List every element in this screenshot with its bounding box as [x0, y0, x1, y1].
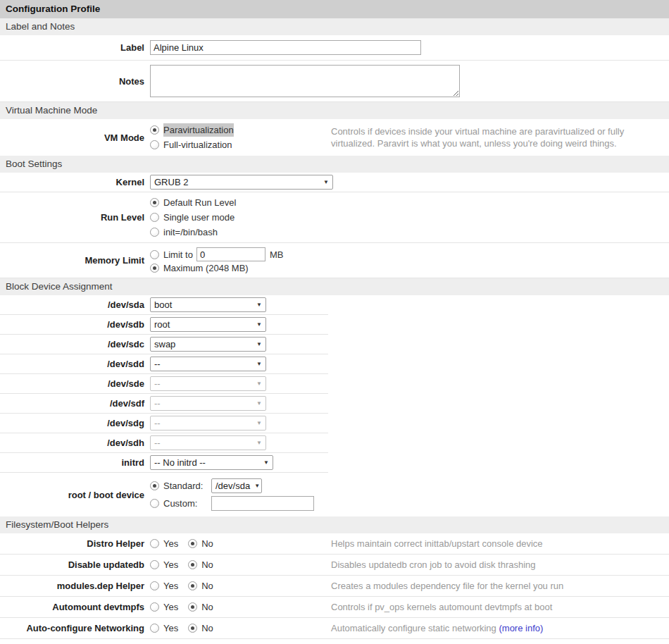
more-info-link[interactable]: (more info)	[499, 623, 543, 633]
radio-init-bin-bash[interactable]	[150, 228, 159, 237]
no-option-label[interactable]: No	[201, 559, 213, 570]
chevron-down-icon: ▼	[256, 420, 262, 426]
standard-option-label[interactable]: Standard:	[163, 481, 207, 491]
radio-limit-to[interactable]	[150, 250, 159, 259]
helper-label: modules.dep Helper	[0, 581, 150, 591]
helper-help-text: Controls if pv_ops kernels automount dev…	[331, 601, 663, 613]
standard-root-select-value: /dev/sda	[215, 481, 250, 491]
chevron-down-icon: ▼	[263, 459, 269, 466]
helper-row-auto-configure-networking: Auto-configure Networking Yes No Automat…	[0, 618, 669, 639]
no-option-label[interactable]: No	[201, 623, 213, 633]
device-row-sdc: /dev/sdc swap ▼	[0, 335, 328, 354]
initrd-select[interactable]: -- No initrd -- ▼	[150, 455, 273, 470]
memory-limit-label: Memory Limit	[0, 255, 150, 266]
radio-modules-dep-no[interactable]	[188, 581, 197, 590]
device-row-sdb: /dev/sdb root ▼	[0, 315, 328, 335]
helper-label: Auto-configure Networking	[0, 623, 150, 633]
chevron-down-icon: ▼	[256, 341, 262, 347]
radio-disable-updatedb-yes[interactable]	[150, 560, 159, 569]
custom-root-input[interactable]	[211, 496, 314, 511]
kernel-select[interactable]: GRUB 2 ▼	[150, 175, 333, 190]
radio-single-user-mode[interactable]	[150, 213, 159, 222]
sdc-select[interactable]: swap ▼	[150, 337, 266, 352]
device-row-sda: /dev/sda boot ▼	[0, 295, 328, 315]
yes-option-label[interactable]: Yes	[163, 581, 178, 591]
radio-standard-root[interactable]	[150, 481, 159, 490]
full-virtualization-option-label[interactable]: Full-virtualization	[163, 138, 232, 151]
no-option-label[interactable]: No	[201, 538, 213, 549]
helper-label: Disable updatedb	[0, 559, 150, 570]
helper-row-modules-dep: modules.dep Helper Yes No Creates a modu…	[0, 576, 669, 597]
device-row-sdh: /dev/sdh -- ▼	[0, 433, 328, 453]
chevron-down-icon: ▼	[256, 321, 262, 328]
sdg-select-value: --	[154, 418, 161, 428]
device-row-sde: /dev/sde -- ▼	[0, 374, 328, 394]
device-label: /dev/sda	[0, 299, 150, 310]
limit-to-option-label[interactable]: Limit to	[163, 249, 193, 260]
radio-automount-devtmpfs-no[interactable]	[188, 602, 197, 612]
device-label: /dev/sdc	[0, 339, 150, 349]
vm-mode-label: VM Mode	[0, 132, 150, 143]
single-user-mode-option-label[interactable]: Single user mode	[163, 211, 235, 224]
device-label: /dev/sdh	[0, 438, 150, 448]
init-bin-bash-option-label[interactable]: init=/bin/bash	[163, 225, 218, 239]
device-row-sdf: /dev/sdf -- ▼	[0, 394, 328, 414]
yes-option-label[interactable]: Yes	[163, 602, 178, 612]
radio-distro-helper-no[interactable]	[188, 539, 197, 548]
helper-help-text: Disables updatedb cron job to avoid disk…	[331, 559, 663, 571]
root-boot-device-row: root / boot device Standard: /dev/sda ▼ …	[0, 473, 669, 516]
radio-auto-configure-networking-yes[interactable]	[150, 624, 159, 633]
yes-option-label[interactable]: Yes	[163, 623, 178, 633]
device-row-sdd: /dev/sdd -- ▼	[0, 354, 328, 374]
default-run-level-option-label[interactable]: Default Run Level	[163, 196, 236, 209]
custom-option-label[interactable]: Custom:	[163, 498, 207, 509]
helper-label: Distro Helper	[0, 538, 150, 549]
device-row-sdg: /dev/sdg -- ▼	[0, 414, 328, 433]
section-boot-settings: Boot Settings	[0, 156, 669, 173]
section-filesystem-boot-helpers: Filesystem/Boot Helpers	[0, 516, 669, 533]
helper-help-text: Helps maintain correct inittab/upstart c…	[331, 538, 663, 550]
yes-option-label[interactable]: Yes	[163, 538, 178, 549]
no-option-label[interactable]: No	[201, 602, 213, 612]
sdd-select[interactable]: -- ▼	[150, 357, 266, 371]
kernel-select-value: GRUB 2	[154, 177, 188, 187]
chevron-down-icon: ▼	[256, 302, 262, 308]
notes-field-label: Notes	[0, 76, 150, 87]
paravirtualization-option-label[interactable]: Paravirtualization	[163, 123, 234, 137]
sdb-select[interactable]: root ▼	[150, 317, 266, 332]
helper-row-distro-helper: Distro Helper Yes No Helps maintain corr…	[0, 533, 669, 555]
chevron-down-icon: ▼	[256, 380, 262, 387]
label-field-label: Label	[0, 42, 150, 53]
section-block-device-assignment: Block Device Assignment	[0, 278, 669, 295]
device-label: /dev/sdd	[0, 359, 150, 369]
initrd-row: initrd -- No initrd -- ▼	[0, 453, 328, 473]
radio-auto-configure-networking-no[interactable]	[188, 624, 197, 633]
sdf-select: -- ▼	[150, 396, 266, 411]
radio-modules-dep-yes[interactable]	[150, 581, 159, 590]
radio-distro-helper-yes[interactable]	[150, 539, 159, 548]
radio-paravirtualization[interactable]	[150, 125, 159, 135]
sdg-select: -- ▼	[150, 416, 266, 431]
sdf-select-value: --	[154, 398, 161, 409]
standard-root-select[interactable]: /dev/sda ▼	[211, 478, 262, 493]
page-title: Configuration Profile	[0, 0, 669, 18]
radio-maximum-memory[interactable]	[150, 264, 159, 273]
kernel-row: Kernel GRUB 2 ▼	[0, 173, 669, 192]
yes-option-label[interactable]: Yes	[163, 559, 178, 570]
memory-limit-input[interactable]	[196, 247, 265, 261]
sdc-select-value: swap	[154, 339, 175, 349]
no-option-label[interactable]: No	[201, 581, 213, 591]
label-input[interactable]	[150, 40, 421, 55]
vm-mode-help-text: Controls if devices inside your virtual …	[331, 125, 663, 149]
radio-custom-root[interactable]	[150, 499, 159, 508]
maximum-memory-option-label[interactable]: Maximum (2048 MB)	[163, 263, 249, 273]
chevron-down-icon: ▼	[323, 179, 329, 185]
notes-textarea[interactable]	[150, 65, 460, 97]
radio-default-run-level[interactable]	[150, 198, 159, 207]
sda-select-value: boot	[154, 299, 172, 310]
radio-automount-devtmpfs-yes[interactable]	[150, 602, 159, 612]
radio-full-virtualization[interactable]	[150, 140, 159, 149]
radio-disable-updatedb-no[interactable]	[188, 560, 197, 569]
device-label: /dev/sdb	[0, 319, 150, 330]
sda-select[interactable]: boot ▼	[150, 297, 266, 312]
